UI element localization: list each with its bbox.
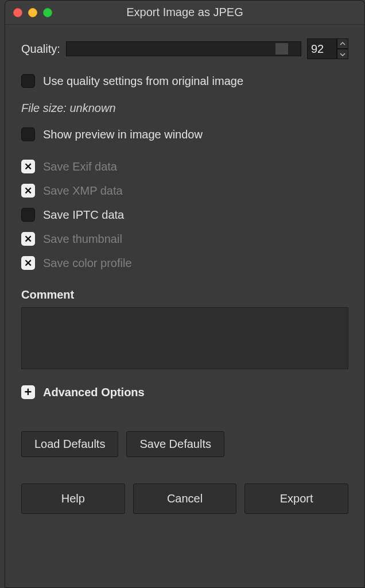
save-exif-row[interactable]: Save Exif data: [21, 157, 348, 176]
action-button-row: Help Cancel Export: [21, 483, 348, 514]
save-iptc-label: Save IPTC data: [43, 208, 124, 222]
quality-label: Quality:: [21, 42, 60, 56]
help-button[interactable]: Help: [21, 483, 125, 514]
export-button[interactable]: Export: [244, 483, 348, 514]
window-title: Export Image as JPEG: [12, 6, 358, 19]
minimize-window-button[interactable]: [28, 8, 37, 17]
chevron-up-icon: [340, 42, 345, 46]
cancel-button[interactable]: Cancel: [133, 483, 237, 514]
comment-textarea[interactable]: [21, 307, 348, 369]
save-xmp-label: Save XMP data: [43, 184, 123, 198]
save-xmp-row[interactable]: Save XMP data: [21, 181, 348, 200]
quality-slider-thumb[interactable]: [275, 43, 288, 55]
save-iptc-row[interactable]: Save IPTC data: [21, 206, 348, 224]
advanced-options-toggle[interactable]: + Advanced Options: [21, 385, 348, 399]
zoom-window-button[interactable]: [43, 8, 52, 17]
save-color-profile-row[interactable]: Save color profile: [21, 254, 348, 272]
dialog-content: Quality: Use quality settings from origi…: [5, 25, 364, 587]
export-jpeg-dialog: Export Image as JPEG Quality:: [5, 0, 365, 588]
save-thumbnail-label: Save thumbnail: [43, 233, 122, 246]
quality-decrement-button[interactable]: [337, 49, 348, 59]
quality-slider[interactable]: [66, 41, 301, 56]
save-iptc-checkbox[interactable]: [21, 208, 35, 222]
comment-label: Comment: [21, 288, 348, 301]
titlebar: Export Image as JPEG: [5, 1, 364, 25]
save-exif-checkbox[interactable]: [21, 160, 35, 173]
show-preview-checkbox[interactable]: [21, 127, 35, 141]
window-controls: [13, 8, 52, 17]
advanced-options-label: Advanced Options: [43, 386, 145, 399]
show-preview-row[interactable]: Show preview in image window: [21, 125, 348, 144]
save-color-profile-checkbox[interactable]: [21, 256, 35, 270]
chevron-down-icon: [340, 52, 345, 56]
quality-row: Quality:: [21, 38, 348, 59]
save-thumbnail-row[interactable]: Save thumbnail: [21, 230, 348, 248]
save-thumbnail-checkbox[interactable]: [21, 232, 35, 246]
close-window-button[interactable]: [13, 8, 22, 17]
load-defaults-button[interactable]: Load Defaults: [21, 431, 118, 457]
use-original-quality-row[interactable]: Use quality settings from original image: [21, 72, 348, 90]
quality-increment-button[interactable]: [337, 38, 348, 49]
file-size-text: File size: unknown: [21, 102, 348, 115]
quality-input[interactable]: [307, 38, 337, 59]
use-original-quality-label: Use quality settings from original image: [43, 75, 243, 88]
plus-icon: +: [21, 385, 35, 399]
quality-spinbox: [307, 38, 348, 59]
save-exif-label: Save Exif data: [43, 160, 117, 173]
save-color-profile-label: Save color profile: [43, 257, 132, 270]
show-preview-label: Show preview in image window: [43, 128, 203, 141]
defaults-button-row: Load Defaults Save Defaults: [21, 431, 348, 457]
use-original-quality-checkbox[interactable]: [21, 74, 35, 88]
save-xmp-checkbox[interactable]: [21, 184, 35, 198]
save-defaults-button[interactable]: Save Defaults: [126, 431, 224, 457]
